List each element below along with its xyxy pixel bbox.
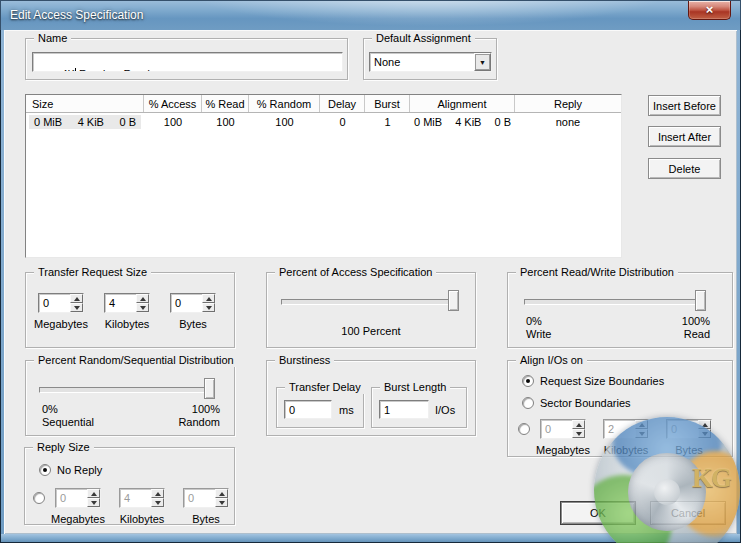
column-header-access[interactable]: % Access bbox=[144, 95, 202, 112]
default-assignment-label: Default Assignment bbox=[372, 31, 475, 45]
align-megabytes-stepper[interactable]: 0 bbox=[540, 419, 586, 439]
align-megabytes-field: 0 Megabytes bbox=[534, 419, 592, 456]
column-header-alignment[interactable]: Alignment bbox=[410, 95, 515, 112]
spin-down-icon[interactable] bbox=[635, 429, 648, 438]
read-end-label: 100% Read bbox=[682, 315, 710, 341]
custom-alignment-option[interactable] bbox=[518, 423, 530, 435]
read-write-distribution-group: Percent Read/Write Distribution 0% Write… bbox=[507, 272, 733, 348]
align-ios-label: Align I/Os on bbox=[516, 353, 587, 367]
insert-after-button[interactable]: Insert After bbox=[648, 126, 721, 147]
column-header-size[interactable]: Size bbox=[26, 95, 144, 112]
kilobytes-stepper[interactable]: 4 bbox=[104, 293, 150, 313]
align-b: 0 B bbox=[494, 116, 511, 128]
align-ios-group: Align I/Os on Request Size Boundaries Se… bbox=[507, 360, 733, 457]
name-value-post-caret: Random Read bbox=[76, 68, 150, 72]
reply-bytes-stepper[interactable]: 0 bbox=[183, 488, 229, 508]
spin-up-icon[interactable] bbox=[698, 420, 711, 429]
burstiness-label: Burstiness bbox=[275, 353, 334, 367]
spin-down-icon[interactable] bbox=[151, 498, 164, 507]
align-kilobytes-stepper[interactable]: 2 bbox=[603, 419, 649, 439]
radio-icon[interactable] bbox=[518, 423, 530, 435]
write-end-label: 0% Write bbox=[526, 315, 551, 341]
name-input[interactable]: 4K Random Read bbox=[32, 52, 343, 72]
spin-down-icon[interactable] bbox=[87, 498, 100, 507]
percent-access-slider-thumb[interactable] bbox=[448, 290, 459, 311]
radio-checked-icon[interactable] bbox=[39, 464, 51, 476]
bytes-stepper[interactable]: 0 bbox=[170, 293, 216, 313]
stepper-value: 4 bbox=[105, 294, 136, 312]
radio-icon[interactable] bbox=[33, 492, 45, 504]
transfer-delay-input[interactable]: 0 bbox=[284, 400, 332, 419]
table-row[interactable]: 0 MiB 4 KiB 0 B 100 100 100 0 1 0 MiB 4 … bbox=[26, 113, 621, 130]
read-write-slider-track[interactable] bbox=[524, 299, 706, 305]
cancel-button[interactable]: Cancel bbox=[650, 501, 726, 525]
column-header-burst[interactable]: Burst bbox=[365, 95, 410, 112]
spin-down-icon[interactable] bbox=[698, 429, 711, 438]
radio-icon[interactable] bbox=[522, 397, 534, 409]
random-percent: 100% bbox=[178, 403, 220, 416]
random-sequential-slider-thumb[interactable] bbox=[204, 378, 215, 399]
column-header-reply[interactable]: Reply bbox=[515, 95, 621, 112]
close-button[interactable]: × bbox=[688, 1, 731, 20]
spin-down-icon[interactable] bbox=[136, 303, 149, 312]
column-header-delay[interactable]: Delay bbox=[320, 95, 365, 112]
spin-down-icon[interactable] bbox=[202, 303, 215, 312]
spin-up-icon[interactable] bbox=[572, 420, 585, 429]
spin-down-icon[interactable] bbox=[572, 429, 585, 438]
close-icon: × bbox=[706, 2, 714, 17]
burst-length-input[interactable]: 1 bbox=[379, 400, 429, 419]
custom-reply-option[interactable] bbox=[33, 492, 45, 504]
delete-button[interactable]: Delete bbox=[648, 158, 721, 179]
random-word: Random bbox=[178, 416, 220, 429]
titlebar[interactable]: Edit Access Specification bbox=[0, 0, 741, 30]
column-header-read[interactable]: % Read bbox=[202, 95, 249, 112]
spin-up-icon[interactable] bbox=[151, 489, 164, 498]
percent-access-group: Percent of Access Specification 100 Perc… bbox=[266, 272, 476, 348]
random-sequential-group: Percent Random/Sequential Distribution 0… bbox=[25, 360, 235, 436]
spin-down-icon[interactable] bbox=[70, 303, 83, 312]
spin-down-icon[interactable] bbox=[215, 498, 228, 507]
combobox-value: None bbox=[370, 53, 474, 71]
ok-button[interactable]: OK bbox=[560, 501, 636, 525]
spin-up-icon[interactable] bbox=[87, 489, 100, 498]
column-header-random[interactable]: % Random bbox=[249, 95, 320, 112]
stepper-value: 0 bbox=[541, 420, 572, 438]
sector-boundaries-option[interactable]: Sector Boundaries bbox=[522, 397, 631, 409]
transfer-request-size-group: Transfer Request Size 0 Megabytes 4 Kilo… bbox=[25, 272, 235, 348]
spin-up-icon[interactable] bbox=[136, 294, 149, 303]
reply-size-label: Reply Size bbox=[33, 440, 94, 454]
dialog-body: Name 4K Random Read Default Assignment N… bbox=[4, 30, 737, 534]
reply-megabytes-stepper[interactable]: 0 bbox=[55, 488, 101, 508]
megabytes-stepper[interactable]: 0 bbox=[38, 293, 84, 313]
default-assignment-combobox[interactable]: None ▼ bbox=[369, 52, 492, 72]
cell-alignment: 0 MiB 4 KiB 0 B bbox=[410, 116, 515, 128]
percent-access-slider-track[interactable] bbox=[281, 299, 459, 305]
reply-kilobytes-stepper[interactable]: 4 bbox=[119, 488, 165, 508]
stepper-value: 0 bbox=[39, 294, 70, 312]
spin-up-icon[interactable] bbox=[215, 489, 228, 498]
radio-checked-icon[interactable] bbox=[522, 375, 534, 387]
spin-up-icon[interactable] bbox=[202, 294, 215, 303]
percent-access-value: 100 Percent bbox=[267, 325, 475, 337]
edit-access-specification-dialog: Edit Access Specification × Name 4K Rand… bbox=[0, 0, 741, 543]
sector-boundaries-label: Sector Boundaries bbox=[540, 397, 631, 409]
reply-kilobytes-field: 4 Kilobytes bbox=[113, 488, 171, 525]
read-write-slider-thumb[interactable] bbox=[695, 290, 706, 311]
combobox-dropdown-button[interactable]: ▼ bbox=[474, 53, 491, 71]
bytes-label: Bytes bbox=[192, 513, 220, 525]
no-reply-option[interactable]: No Reply bbox=[39, 464, 102, 476]
bytes-label: Bytes bbox=[675, 444, 703, 456]
bytes-label: Bytes bbox=[179, 318, 207, 330]
request-size-boundaries-option[interactable]: Request Size Boundaries bbox=[522, 375, 664, 387]
random-sequential-slider-track[interactable] bbox=[39, 387, 215, 393]
name-group: Name 4K Random Read bbox=[25, 38, 348, 80]
default-assignment-group: Default Assignment None ▼ bbox=[363, 38, 497, 80]
align-bytes-stepper[interactable]: 0 bbox=[666, 419, 712, 439]
cell-read: 100 bbox=[202, 116, 249, 128]
access-spec-table: Size % Access % Read % Random Delay Burs… bbox=[25, 94, 622, 258]
cell-reply: none bbox=[515, 116, 621, 128]
insert-before-button[interactable]: Insert Before bbox=[648, 95, 721, 116]
stepper-value: 4 bbox=[120, 489, 151, 507]
spin-up-icon[interactable] bbox=[70, 294, 83, 303]
spin-up-icon[interactable] bbox=[635, 420, 648, 429]
